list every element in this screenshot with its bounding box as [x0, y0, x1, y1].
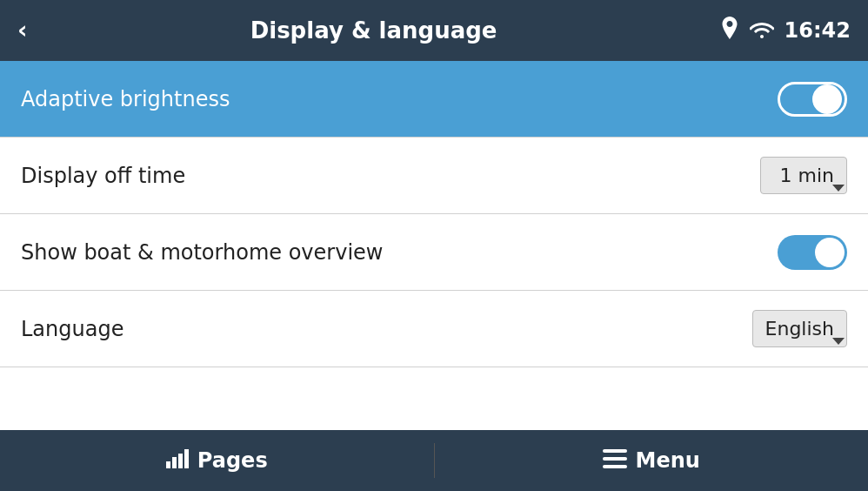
language-dropdown-arrow-icon	[832, 338, 845, 345]
toggle-knob	[812, 84, 842, 114]
adaptive-brightness-row[interactable]: Adaptive brightness	[0, 61, 868, 138]
header: ‹ Display & language 16:42	[0, 0, 868, 61]
adaptive-brightness-toggle[interactable]	[778, 82, 847, 117]
svg-rect-0	[166, 461, 170, 468]
wifi-icon	[750, 19, 774, 42]
language-value: English	[765, 318, 834, 340]
show-boat-motorhome-toggle[interactable]	[778, 235, 847, 270]
language-dropdown[interactable]: English	[752, 310, 847, 347]
menu-label: Menu	[636, 448, 700, 473]
pages-label: Pages	[197, 448, 268, 473]
page-title: Display & language	[28, 17, 720, 44]
svg-rect-4	[603, 449, 627, 453]
show-boat-motorhome-row[interactable]: Show boat & motorhome overview	[0, 214, 868, 291]
header-right: 16:42	[720, 17, 851, 44]
back-button[interactable]: ‹	[17, 18, 28, 43]
svg-rect-5	[603, 457, 627, 461]
footer: Pages Menu	[0, 430, 868, 491]
display-off-time-value: 1 min	[780, 165, 834, 186]
svg-rect-2	[178, 454, 183, 468]
dropdown-arrow-icon	[832, 185, 845, 192]
settings-content: Adaptive brightness Display off time 1 m…	[0, 61, 868, 430]
pages-button[interactable]: Pages	[0, 430, 434, 491]
menu-icon	[603, 449, 627, 472]
language-label: Language	[21, 317, 124, 341]
toggle-knob-2	[815, 238, 845, 267]
language-row[interactable]: Language English	[0, 291, 868, 367]
menu-button[interactable]: Menu	[435, 430, 869, 491]
svg-rect-3	[184, 449, 189, 468]
display-off-time-row[interactable]: Display off time 1 min	[0, 138, 868, 214]
display-off-time-label: Display off time	[21, 164, 185, 188]
content-spacer	[0, 367, 868, 430]
pages-icon	[166, 449, 189, 472]
show-boat-motorhome-label: Show boat & motorhome overview	[21, 240, 383, 265]
display-off-time-dropdown[interactable]: 1 min	[760, 157, 847, 194]
adaptive-brightness-label: Adaptive brightness	[21, 87, 230, 111]
svg-rect-6	[603, 465, 627, 468]
svg-rect-1	[172, 457, 177, 468]
clock: 16:42	[785, 18, 851, 43]
location-icon	[720, 17, 739, 44]
